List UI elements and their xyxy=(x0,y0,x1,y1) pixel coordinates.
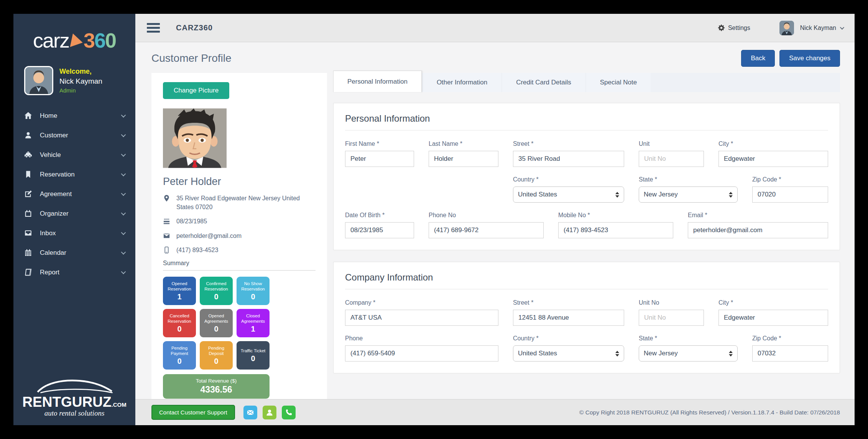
envelope-icon xyxy=(163,232,170,239)
badge-pending-payment[interactable]: Pending Payment0 xyxy=(163,341,196,370)
date-of-birth-input[interactable] xyxy=(345,222,414,238)
user-icon xyxy=(24,131,32,139)
hamburger-menu-icon[interactable] xyxy=(147,21,160,35)
sidebar-user-role: Admin xyxy=(59,87,102,94)
company-city-input[interactable] xyxy=(718,310,828,326)
user-menu[interactable]: Nick Kayman xyxy=(800,25,843,31)
form-row: Date Of Birth * Phone No Mobile No * xyxy=(345,212,828,238)
select-arrows-icon xyxy=(729,192,733,198)
zip-code-label: Zip Code * xyxy=(752,176,828,183)
sidebar-item-inbox[interactable]: Inbox xyxy=(13,223,135,243)
sidebar-item-label: Calendar xyxy=(40,249,66,257)
welcome-text: Welcome, xyxy=(59,68,102,76)
sidebar-item-reservation[interactable]: Reservation xyxy=(13,165,135,184)
edit-icon xyxy=(24,190,32,198)
user-button[interactable] xyxy=(263,406,276,419)
company-name-input[interactable] xyxy=(345,310,498,326)
sidebar-item-label: Home xyxy=(40,112,57,120)
contact-support-button[interactable]: Contact Customer Support xyxy=(151,405,235,420)
state-select[interactable]: New Jersey xyxy=(639,186,738,203)
sidebar-item-report[interactable]: Report xyxy=(13,262,135,282)
sidebar-avatar xyxy=(24,66,53,95)
badge-no-show-reservation[interactable]: No Show Reservation0 xyxy=(237,277,270,305)
topbar-avatar[interactable] xyxy=(779,21,794,35)
tab-credit-card-details[interactable]: Credit Card Details xyxy=(502,73,585,92)
last-name-input[interactable] xyxy=(429,151,498,167)
sidebar-item-agreement[interactable]: Agreement xyxy=(13,184,135,204)
change-picture-button[interactable]: Change Picture xyxy=(163,82,229,99)
sidebar-item-calendar[interactable]: Calendar xyxy=(13,243,135,262)
company-phone-input[interactable] xyxy=(345,345,498,361)
logo-triangle-icon xyxy=(70,33,84,49)
sidebar-item-label: Vehicle xyxy=(40,151,61,159)
badge-opened-agreements[interactable]: Opened Agreements0 xyxy=(200,309,233,337)
tab-special-note[interactable]: Special Note xyxy=(586,73,651,92)
country-field: Country * United States xyxy=(513,176,624,203)
save-changes-button[interactable]: Save changes xyxy=(779,50,840,67)
badge-value: 0 xyxy=(201,292,231,301)
customer-email: peterholder@gmail.com xyxy=(176,231,242,240)
badge-confirmed-reservation[interactable]: Confirmed Reservation0 xyxy=(200,277,233,305)
page-actions: Back Save changes xyxy=(741,50,840,67)
app-title: CARZ360 xyxy=(176,23,213,32)
phone-button[interactable] xyxy=(282,406,296,419)
tab-other-information[interactable]: Other Information xyxy=(423,73,501,92)
location-pin-icon xyxy=(163,195,170,202)
company-state-select[interactable]: New Jersey xyxy=(639,345,738,361)
street-field: Street * xyxy=(513,140,624,167)
screen-frame: carz360 Welcome, Nick Kayman Admin Home … xyxy=(0,0,868,439)
sidebar-item-vehicle[interactable]: Vehicle xyxy=(13,145,135,165)
company-zip-input[interactable] xyxy=(752,345,828,361)
rentguruz-logo: RENTGURUZ.COM auto rental solutions xyxy=(13,373,135,425)
back-button[interactable]: Back xyxy=(741,50,775,67)
zip-code-input[interactable] xyxy=(752,186,828,203)
customer-address: 35 River Road Edgewater New Jersey Unite… xyxy=(176,194,316,211)
company-street-label: Street * xyxy=(513,299,624,306)
mobile-no-input[interactable] xyxy=(558,222,673,238)
email-input[interactable] xyxy=(688,222,828,238)
phone-no-field: Phone No xyxy=(429,212,544,238)
country-value: United States xyxy=(518,191,557,198)
mobile-no-field: Mobile No * xyxy=(558,212,673,238)
logo-3: 3 xyxy=(84,29,94,52)
user-icon xyxy=(266,409,273,416)
street-input[interactable] xyxy=(513,151,624,167)
company-country-select[interactable]: United States xyxy=(513,345,624,361)
settings-button[interactable]: Settings xyxy=(718,24,750,31)
first-name-input[interactable] xyxy=(345,151,414,167)
badge-traffic-ticket[interactable]: Traffic Ticket0 xyxy=(237,341,270,370)
phone-no-label: Phone No xyxy=(429,212,544,219)
sidebar-menu: Home Customer Vehicle Reservation Agreem… xyxy=(13,106,135,282)
country-select[interactable]: United States xyxy=(513,186,624,203)
sidebar-item-label: Inbox xyxy=(40,229,56,237)
city-input[interactable] xyxy=(718,151,828,167)
phone-no-input[interactable] xyxy=(429,222,544,238)
chevron-down-icon xyxy=(121,269,126,274)
company-street-input[interactable] xyxy=(513,310,624,326)
badge-total-revenue[interactable]: Total Revenue ($) 4336.56 xyxy=(163,374,270,399)
sidebar-item-organizer[interactable]: Organizer xyxy=(13,204,135,223)
city-label: City * xyxy=(718,140,828,147)
summary-heading: Summary xyxy=(163,260,316,271)
sidebar-item-customer[interactable]: Customer xyxy=(13,125,135,145)
form-row: Company * Street * Unit No xyxy=(345,299,828,326)
badge-value: 0 xyxy=(164,357,194,366)
chevron-down-icon xyxy=(121,152,126,157)
mail-button[interactable] xyxy=(243,406,257,419)
last-name-label: Last Name * xyxy=(429,140,498,147)
email-field: Email * xyxy=(688,212,828,238)
sidebar-item-home[interactable]: Home xyxy=(13,106,135,125)
badge-opened-reservation[interactable]: Opened Reservation1 xyxy=(163,277,196,305)
badge-closed-agreements[interactable]: Closed Agreements1 xyxy=(237,309,270,337)
badge-cancelled-reservation[interactable]: Cancelled Reservation0 xyxy=(163,309,196,337)
organizer-icon xyxy=(24,210,32,218)
tab-personal-information[interactable]: Personal Information xyxy=(333,71,422,92)
company-unit-input[interactable] xyxy=(639,310,704,326)
profile-card: Change Picture xyxy=(151,73,327,399)
page-title: Customer Profile xyxy=(151,52,232,64)
badge-pending-deposit[interactable]: Pending Deposit0 xyxy=(200,341,233,370)
footer-icon-buttons xyxy=(243,406,296,419)
first-name-field: First Name * xyxy=(345,140,414,167)
summary-badges: Opened Reservation1 Confirmed Reservatio… xyxy=(163,277,270,370)
unit-input[interactable] xyxy=(639,151,704,167)
